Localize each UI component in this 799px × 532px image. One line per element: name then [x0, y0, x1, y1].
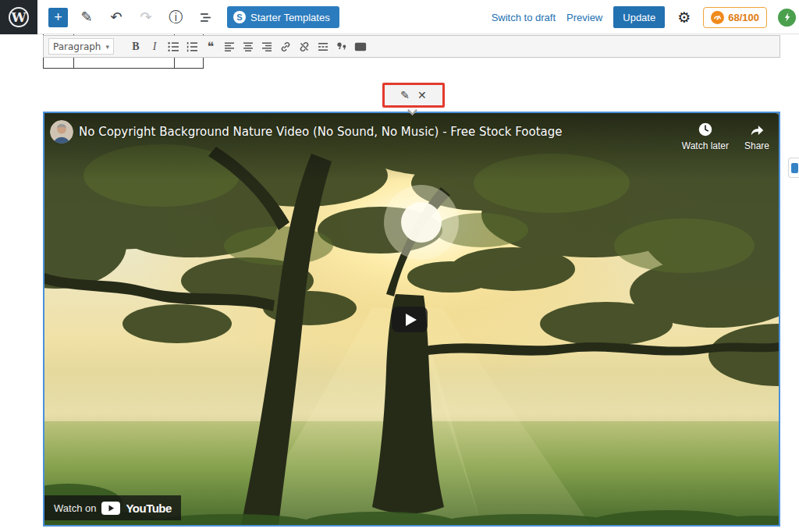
paragraph-dropdown-value: Paragraph — [53, 41, 101, 52]
embed-edit-toolbar-highlight: ✎ ✕ — [382, 83, 445, 108]
seo-score-value: 68/100 — [728, 12, 759, 23]
preview-link[interactable]: Preview — [566, 12, 602, 23]
special-character-button[interactable] — [332, 37, 351, 55]
unlink-button[interactable] — [295, 37, 314, 55]
tools-pencil-button[interactable]: ✎ — [76, 5, 98, 30]
wordpress-logo-button[interactable]: W — [0, 0, 37, 34]
paragraph-dropdown[interactable]: Paragraph ▾ — [48, 38, 114, 55]
special-character-icon — [336, 41, 348, 53]
align-center-icon — [242, 41, 254, 53]
list-view-icon — [199, 11, 212, 24]
youtube-wordmark: YouTube — [126, 502, 171, 515]
numbered-list-icon — [186, 41, 198, 53]
wordpress-logo-icon: W — [9, 7, 29, 27]
align-left-icon — [223, 41, 236, 53]
channel-avatar[interactable] — [50, 120, 73, 144]
editor-header: W + ✎ ↶ ↷ ⓘ S Starter Templates Switch t… — [0, 0, 799, 34]
video-top-gradient — [44, 113, 779, 180]
link-button[interactable] — [276, 37, 295, 55]
watch-on-youtube-button[interactable]: Watch on YouTube — [44, 495, 181, 520]
lightning-bolt-icon — [782, 12, 793, 23]
share-button[interactable]: Share — [744, 121, 769, 151]
switch-to-draft-link[interactable]: Switch to draft — [492, 12, 556, 23]
bulleted-list-icon — [167, 41, 179, 53]
video-title[interactable]: No Copyright Background Nature Video (No… — [79, 125, 563, 139]
video-player[interactable]: No Copyright Background Nature Video (No… — [44, 113, 779, 525]
edit-embed-button[interactable]: ✎ — [400, 89, 410, 101]
bulleted-list-button[interactable] — [164, 37, 183, 55]
header-toolbar: + ✎ ↶ ↷ ⓘ S Starter Templates — [48, 0, 339, 34]
redo-button[interactable]: ↷ — [135, 5, 157, 30]
starter-templates-button[interactable]: S Starter Templates — [227, 6, 339, 28]
list-view-button[interactable] — [194, 5, 216, 30]
avatar-image — [50, 120, 73, 144]
header-actions: Switch to draft Preview Update ⚙ 68/100 — [492, 0, 796, 34]
clock-icon — [697, 121, 714, 138]
youtube-embed-block[interactable]: No Copyright Background Nature Video (No… — [43, 112, 780, 527]
undo-button[interactable]: ↶ — [105, 5, 127, 30]
watch-later-button[interactable]: Watch later — [682, 121, 729, 151]
floating-button-fragment[interactable] — [788, 158, 799, 178]
update-button[interactable]: Update — [613, 6, 665, 28]
share-arrow-icon — [748, 121, 765, 138]
youtube-play-icon — [101, 502, 120, 515]
unlink-icon — [298, 41, 311, 53]
settings-gear-button[interactable]: ⚙ — [676, 9, 692, 27]
seo-score-badge[interactable]: 68/100 — [703, 7, 767, 28]
numbered-list-button[interactable] — [183, 37, 201, 55]
classic-editor-toolbar: Paragraph ▾ B I ❝ — [43, 35, 780, 58]
watch-on-label: Watch on — [54, 502, 96, 514]
keyboard-button[interactable] — [351, 37, 370, 55]
align-right-button[interactable] — [257, 37, 276, 55]
chevron-down-icon: ▾ — [105, 43, 109, 51]
align-left-button[interactable] — [220, 37, 239, 55]
watch-later-label: Watch later — [682, 140, 729, 151]
starter-templates-label: Starter Templates — [250, 12, 330, 23]
play-button[interactable] — [392, 307, 428, 332]
share-label: Share — [744, 140, 769, 151]
more-tag-button[interactable] — [314, 37, 332, 55]
italic-button[interactable]: I — [145, 37, 164, 55]
more-tag-icon — [317, 41, 329, 53]
play-icon — [406, 314, 417, 326]
link-icon — [279, 41, 292, 53]
boost-score-button[interactable] — [778, 9, 796, 27]
details-info-button[interactable]: ⓘ — [165, 5, 186, 30]
starter-templates-icon: S — [233, 11, 246, 23]
floating-button-icon — [791, 163, 798, 173]
keyboard-icon — [354, 41, 367, 53]
bold-button[interactable]: B — [126, 37, 145, 55]
remove-embed-button[interactable]: ✕ — [417, 89, 427, 101]
block-inserter-button[interactable]: + — [48, 8, 68, 27]
blockquote-button[interactable]: ❝ — [201, 37, 220, 55]
align-right-icon — [261, 41, 273, 53]
align-center-button[interactable] — [239, 37, 257, 55]
gauge-icon — [711, 11, 724, 24]
